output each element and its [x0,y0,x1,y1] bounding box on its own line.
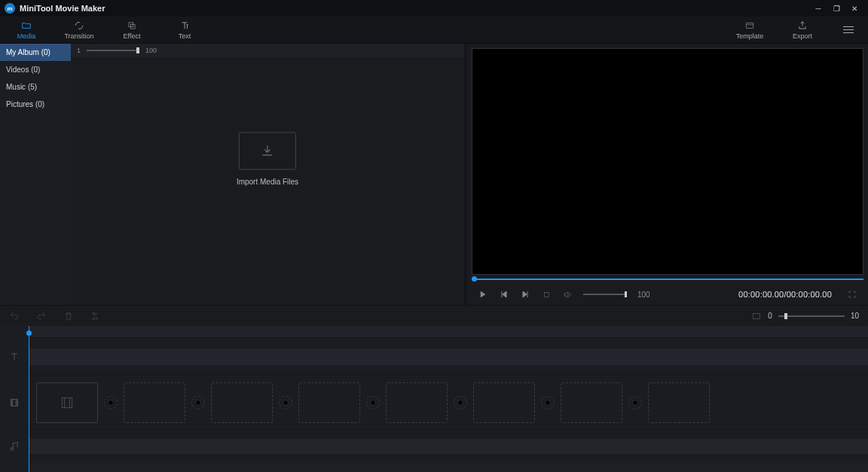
preview-viewport[interactable] [472,48,863,275]
transition-placeholder[interactable] [366,396,380,410]
export-label: Export [793,32,812,40]
main-toolbar: Media Transition Effect Text Template Ex… [0,17,868,44]
prev-icon [500,290,509,299]
clip-placeholder[interactable] [211,382,273,423]
transition-placeholder[interactable] [104,396,118,410]
tab-effect[interactable]: Effect [105,17,158,44]
tab-transition[interactable]: Transition [53,17,105,44]
transition-icon [544,399,552,407]
import-media-label: Import Media Files [237,177,298,185]
fullscreen-button[interactable] [847,289,857,300]
clip-placeholder[interactable] [648,382,710,423]
film-icon [9,397,20,408]
speaker-icon [563,290,573,300]
sidebar-item-my-album[interactable]: My Album (0) [0,44,71,61]
sidebar-item-pictures[interactable]: Pictures (0) [0,96,71,113]
timeline-toolbar: 0 10 [0,305,868,326]
hamburger-icon [843,26,854,27]
timeline-zoom-min: 0 [768,312,772,320]
video-track[interactable] [29,376,868,430]
clip-placeholder[interactable] [561,382,622,423]
tab-text[interactable]: Text [158,17,211,44]
clip-placeholder[interactable] [124,382,185,423]
slider-thumb-icon [136,47,139,53]
main-area: My Album (0) Videos (0) Music (5) Pictur… [0,44,868,305]
clip-placeholder[interactable] [386,382,448,423]
export-button[interactable]: Export [776,17,829,44]
next-frame-button[interactable] [520,289,530,300]
volume-value: 100 [637,291,650,299]
timeline-tracks[interactable] [29,326,868,472]
transition-icon [369,399,377,407]
text-track[interactable] [29,338,868,376]
text-icon [179,20,190,31]
template-icon [744,20,755,31]
folder-icon [21,20,32,31]
export-icon [797,20,808,31]
title-bar: m MiniTool Movie Maker ─ ❐ ✕ [0,0,868,17]
slider-thumb-icon [625,291,627,297]
preview-panel: 100 00:00:00.00/00:00:00.00 [467,44,868,305]
progress-thumb-icon [472,276,477,282]
preview-progress[interactable] [472,276,863,282]
effect-icon [127,20,137,31]
sidebar-item-label: Music (5) [6,83,37,91]
volume-slider[interactable] [583,294,627,295]
prev-frame-button[interactable] [499,289,509,300]
stop-icon [542,291,551,299]
svg-rect-0 [129,22,133,26]
next-icon [521,290,530,299]
clip-placeholder[interactable] [298,382,360,423]
play-button[interactable] [478,289,488,300]
app-title: MiniTool Movie Maker [20,4,809,13]
sidebar-item-label: My Album (0) [6,48,50,56]
svg-rect-2 [746,23,753,28]
svg-rect-3 [544,292,549,297]
preview-controls: 100 00:00:00.00/00:00:00.00 [472,284,863,305]
transition-placeholder[interactable] [191,396,205,410]
clip-placeholder[interactable] [36,382,98,423]
sidebar-item-videos[interactable]: Videos (0) [0,61,71,78]
sidebar-item-music[interactable]: Music (5) [0,78,71,96]
audio-track-label [0,430,29,463]
zoom-max-label: 100 [145,47,157,54]
transition-placeholder[interactable] [541,396,555,410]
transition-placeholder[interactable] [279,396,292,410]
minimize-button[interactable]: ─ [809,5,827,13]
audio-track[interactable] [29,430,868,463]
maximize-button[interactable]: ❐ [827,5,845,13]
close-button[interactable]: ✕ [845,5,863,13]
clip-placeholder[interactable] [473,382,535,423]
thumbnail-zoom-slider[interactable] [87,50,139,51]
zoom-min-label: 1 [77,47,81,54]
mute-button[interactable] [562,289,573,300]
transition-icon [282,399,289,407]
sidebar-item-label: Pictures (0) [6,100,44,108]
delete-button[interactable] [63,311,74,321]
timeline-zoom-slider[interactable] [778,315,845,317]
text-track-label [0,338,29,376]
transition-placeholder[interactable] [628,396,642,410]
svg-rect-4 [753,313,760,318]
timeline [0,326,868,472]
tab-media[interactable]: Media [0,17,53,44]
undo-button[interactable] [9,311,20,321]
menu-button[interactable] [836,26,860,33]
play-icon [478,290,487,299]
split-button[interactable] [90,311,101,321]
svg-rect-1 [130,24,135,29]
transition-icon [107,399,115,407]
transition-placeholder[interactable] [454,396,467,410]
fit-zoom-button[interactable] [751,311,762,321]
timeline-ruler[interactable] [29,326,868,338]
template-label: Template [736,32,764,40]
playhead[interactable] [29,326,29,472]
redo-button[interactable] [36,311,47,321]
text-track-icon [9,352,20,362]
template-button[interactable]: Template [723,17,776,44]
sidebar-item-label: Videos (0) [6,65,40,74]
stop-button[interactable] [541,289,552,300]
transition-icon [74,20,84,31]
import-media-button[interactable] [239,132,296,169]
transition-icon [194,399,202,407]
